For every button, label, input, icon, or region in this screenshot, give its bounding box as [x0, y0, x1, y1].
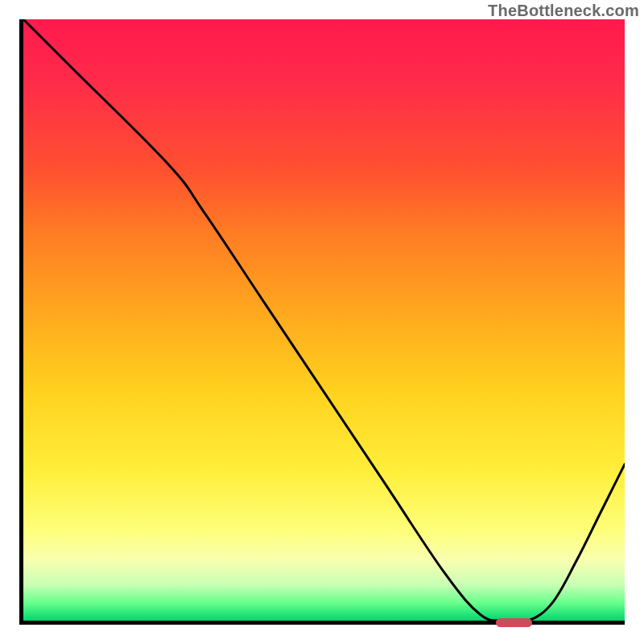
chart-container: TheBottleneck.com: [0, 0, 644, 644]
watermark-text: TheBottleneck.com: [488, 2, 639, 20]
curve-svg: [23, 19, 625, 621]
plot-area: [19, 19, 625, 625]
curve-path: [23, 19, 625, 621]
optimal-marker: [496, 618, 532, 627]
